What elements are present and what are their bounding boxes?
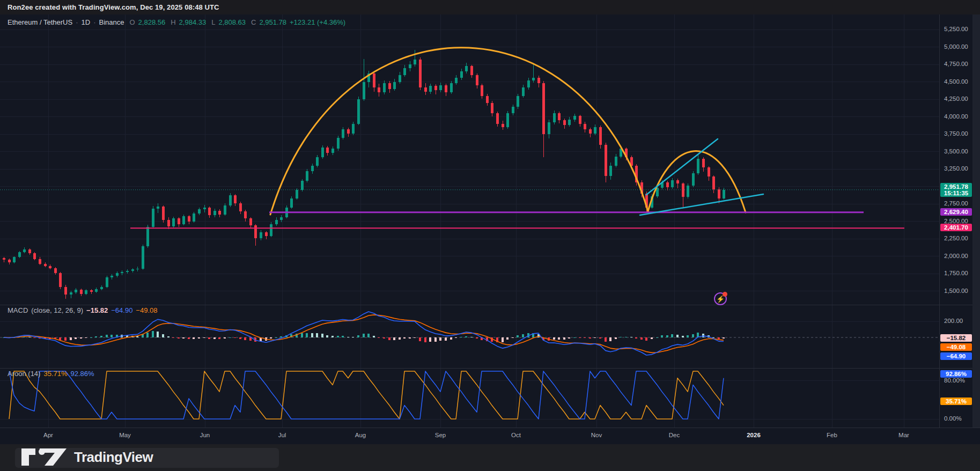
high-value: 2,984.33 — [179, 18, 207, 26]
candle-body — [439, 85, 442, 90]
macd-line-value: −64.90 — [111, 306, 132, 314]
candle-body — [321, 148, 324, 157]
candle-body — [157, 207, 159, 209]
candle-body — [126, 271, 129, 272]
candle-body — [599, 127, 602, 145]
candle-body — [347, 129, 350, 134]
axis-tick-label: 5,000.00 — [940, 43, 975, 50]
candle-body — [579, 116, 581, 123]
aroon-up-value: 35.71% — [43, 370, 67, 378]
aroon-down-line[interactable] — [9, 371, 724, 419]
candle-body — [568, 120, 571, 125]
price-axis[interactable]: 5,250.005,000.004,750.004,500.004,250.00… — [940, 14, 972, 428]
panel-divider[interactable] — [0, 368, 972, 369]
candle-body — [49, 266, 51, 268]
candle-body — [388, 83, 391, 89]
candle-body — [718, 189, 720, 198]
candle-body — [460, 71, 463, 78]
macd-histogram[interactable] — [3, 331, 725, 342]
tradingview-logo-text: TradingView — [74, 449, 153, 466]
aroon-up-line[interactable] — [9, 371, 724, 419]
candle-body — [414, 60, 416, 64]
time-axis-label: May — [119, 432, 131, 438]
drawings-layer[interactable] — [0, 48, 940, 229]
candle-body — [403, 68, 406, 75]
candle-body — [522, 87, 525, 96]
candle-body — [682, 183, 684, 197]
axis-tick-label: 4,750.00 — [940, 61, 975, 67]
candle-body — [605, 145, 607, 176]
candle-body — [85, 290, 87, 294]
candle-body — [584, 124, 586, 129]
candle-body — [18, 252, 21, 257]
candle-body — [182, 216, 185, 224]
candle-body — [378, 87, 380, 92]
candle-body — [589, 129, 592, 134]
candle-body — [357, 99, 360, 124]
panel-divider[interactable] — [0, 305, 972, 305]
tradingview-logo[interactable]: TradingView — [20, 447, 153, 467]
aroon-panel-canvas[interactable] — [0, 368, 940, 428]
candle-body — [455, 78, 458, 83]
candle-body — [8, 260, 11, 262]
candle-body — [203, 208, 206, 210]
candle-body — [502, 124, 504, 128]
high-label: H — [171, 18, 175, 26]
candle-body — [512, 107, 514, 113]
symbol-name: Ethereum / TetherUS — [8, 18, 72, 26]
candle-body — [491, 103, 493, 114]
candle-body — [687, 186, 689, 197]
candle-body — [676, 180, 679, 184]
flash-reaction-button[interactable]: ⚡ — [714, 292, 727, 305]
axis-tick-label: 4,250.00 — [940, 95, 975, 102]
candle-body — [146, 227, 149, 246]
macd-signal-line[interactable] — [4, 315, 724, 352]
candle-body — [470, 66, 473, 75]
candle-body — [95, 289, 98, 292]
time-axis-label: Sep — [435, 432, 446, 438]
candle-body — [178, 218, 180, 224]
candle-body — [542, 83, 545, 134]
candle-body — [208, 208, 211, 215]
candle-body — [162, 207, 165, 220]
candle-body — [306, 171, 308, 181]
candle-body — [296, 190, 298, 198]
time-axis-label: Dec — [669, 432, 680, 438]
candle-body — [100, 287, 103, 289]
macd-value-badge: −64.90 — [940, 352, 972, 360]
time-axis-label: Nov — [591, 432, 602, 438]
candle-body — [110, 276, 113, 277]
candle-body — [80, 290, 83, 294]
candle-body — [326, 148, 329, 153]
candle-body — [116, 273, 119, 276]
candle-body — [33, 253, 36, 259]
candle-body — [496, 113, 499, 124]
candle-body — [64, 287, 67, 295]
candle-body — [615, 157, 617, 166]
exchange: Binance — [99, 18, 124, 26]
candle-body — [290, 198, 293, 208]
time-axis-label: Apr — [43, 432, 53, 438]
axis-tick-label: 0.00% — [940, 415, 975, 422]
candle-body — [280, 217, 283, 220]
candle-body — [311, 166, 314, 171]
candle-body — [671, 180, 674, 187]
change-value: +123.21 (+4.36%) — [290, 18, 345, 26]
candle-body — [244, 211, 247, 218]
candle-body — [254, 225, 257, 238]
time-axis-label: Aug — [355, 432, 366, 438]
candle-body — [23, 249, 26, 252]
time-axis[interactable]: AprMayJunJulAugSepOctNovDec2026FebMar — [0, 428, 980, 444]
candle-body — [697, 159, 699, 173]
main-chart-canvas[interactable] — [0, 14, 940, 305]
candle-body — [337, 138, 340, 149]
candle-body — [692, 173, 695, 186]
candlestick-series[interactable] — [3, 50, 725, 299]
candle-body — [75, 290, 77, 292]
candle-body — [224, 205, 226, 215]
candle-body — [527, 80, 530, 87]
symbol-legend: Ethereum / TetherUS · 1D · Binance O 2,8… — [8, 18, 345, 26]
candle-body — [383, 83, 386, 92]
candle-body — [594, 127, 596, 134]
candle-body — [434, 86, 437, 90]
